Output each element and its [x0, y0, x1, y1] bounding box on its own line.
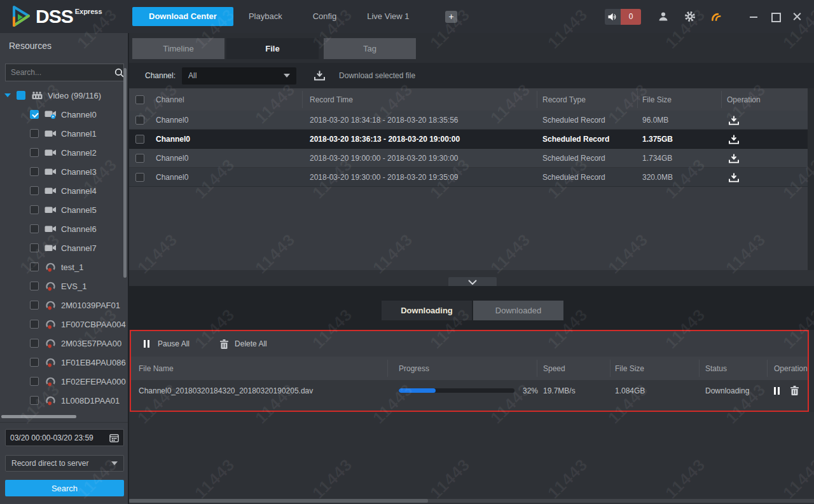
- tree-node-channel6[interactable]: Channel6: [0, 219, 129, 238]
- table-row[interactable]: Channel0 2018-03-20 19:30:00 - 2018-03-2…: [129, 168, 808, 187]
- tab-timeline[interactable]: Timeline: [132, 38, 224, 59]
- channel-checkbox[interactable]: [30, 148, 39, 157]
- select-all-checkbox[interactable]: [135, 88, 144, 111]
- download-file-button[interactable]: [729, 149, 739, 168]
- device-checkbox[interactable]: [30, 282, 39, 290]
- file-table-scrollbar-area[interactable]: [808, 88, 814, 270]
- device-checkbox[interactable]: [30, 301, 39, 310]
- dss-logo-icon: [10, 5, 32, 28]
- search-icon[interactable]: [114, 68, 124, 78]
- resource-search-box[interactable]: [5, 64, 124, 81]
- channel-checkbox[interactable]: [30, 110, 39, 119]
- user-icon[interactable]: [657, 10, 670, 23]
- tree-node-device[interactable]: 1L008D1PAA01: [0, 391, 129, 410]
- table-row[interactable]: Channel0 2018-03-20 18:34:18 - 2018-03-2…: [129, 111, 808, 130]
- tree-node-device[interactable]: 1F02EFEPAA000: [0, 372, 129, 391]
- alarm-center-button[interactable]: 0: [605, 9, 641, 25]
- download-row[interactable]: Channel0_20180320184320_20180320190205.d…: [131, 380, 808, 401]
- tab-file[interactable]: File: [226, 38, 319, 59]
- channel-checkbox[interactable]: [30, 167, 39, 176]
- channel-checkbox[interactable]: [30, 129, 39, 138]
- channel-dropdown[interactable]: All: [182, 67, 296, 85]
- download-state-tabs: Downloading Downloaded: [382, 301, 563, 320]
- download-file-button[interactable]: [729, 168, 739, 187]
- date-range-input[interactable]: 03/20 00:00-03/20 23:59: [5, 429, 124, 446]
- chevron-down-icon: [111, 461, 118, 465]
- pause-all-button[interactable]: Pause All: [144, 339, 190, 348]
- delete-all-button[interactable]: Delete All: [220, 339, 267, 349]
- tree-node-label: EVS_1: [61, 282, 86, 291]
- speaker-icon[interactable]: [605, 9, 621, 25]
- row-checkbox[interactable]: [135, 130, 144, 149]
- tree-node-channel4[interactable]: Channel4: [0, 181, 129, 200]
- search-button[interactable]: Search: [5, 480, 124, 496]
- download-icon: [729, 116, 739, 125]
- row-checkbox[interactable]: [135, 149, 144, 168]
- nav-tab-config[interactable]: Config: [298, 7, 352, 26]
- tab-downloaded[interactable]: Downloaded: [473, 301, 563, 320]
- calendar-icon[interactable]: [109, 433, 119, 442]
- tree-node-device[interactable]: 1F01EB4PAU086: [0, 353, 129, 372]
- device-checkbox[interactable]: [30, 339, 39, 348]
- tree-node-channel7[interactable]: Channel7: [0, 238, 129, 257]
- device-offline-icon: [44, 357, 57, 367]
- progress-fill: [399, 388, 436, 393]
- expand-arrow-icon[interactable]: [4, 93, 11, 97]
- horizontal-scrollbar[interactable]: [129, 499, 814, 503]
- root-checkbox[interactable]: [17, 91, 25, 100]
- brand-suffix: Express: [75, 8, 102, 15]
- device-checkbox[interactable]: [30, 320, 39, 329]
- trash-icon: [790, 386, 799, 395]
- device-checkbox[interactable]: [30, 377, 39, 386]
- row-checkbox[interactable]: [135, 111, 144, 130]
- row-checkbox[interactable]: [135, 168, 144, 187]
- table-row[interactable]: Channel0 2018-03-20 19:00:00 - 2018-03-2…: [129, 149, 808, 168]
- tree-node-device[interactable]: 2M01039PAF01: [0, 296, 129, 315]
- download-icon: [729, 173, 739, 182]
- close-icon[interactable]: [789, 8, 805, 25]
- device-checkbox[interactable]: [30, 358, 39, 367]
- download-file-button[interactable]: [729, 111, 739, 130]
- tab-downloading[interactable]: Downloading: [382, 301, 472, 320]
- tree-node-device[interactable]: 1F007CBPAA004: [0, 315, 129, 334]
- search-input[interactable]: [6, 68, 114, 77]
- channel-checkbox[interactable]: [30, 205, 39, 214]
- tree-node-channel5[interactable]: Channel5: [0, 200, 129, 219]
- sidebar-divider: [0, 422, 128, 423]
- channel-checkbox[interactable]: [30, 224, 39, 233]
- maximize-icon[interactable]: [767, 8, 783, 25]
- nav-tab-live-view[interactable]: Live View 1: [352, 7, 424, 26]
- tab-tag[interactable]: Tag: [324, 38, 416, 59]
- device-checkbox[interactable]: [30, 262, 39, 271]
- sidebar-vertical-scrollbar[interactable]: [123, 68, 127, 278]
- channel-checkbox[interactable]: [30, 186, 39, 195]
- tree-node-video-root[interactable]: Video (99/116): [0, 86, 129, 105]
- delete-download-button[interactable]: [790, 386, 799, 395]
- cell-record-type: Scheduled Record: [542, 168, 605, 187]
- pause-download-button[interactable]: [774, 387, 782, 395]
- nav-tab-playback[interactable]: Playback: [233, 7, 298, 26]
- add-tab-button[interactable]: +: [445, 11, 457, 23]
- stream-type-dropdown[interactable]: Record direct to server: [5, 455, 124, 472]
- tree-node-channel2[interactable]: Channel2: [0, 143, 129, 162]
- download-selected-button[interactable]: Download selected file: [314, 71, 415, 81]
- tree-node-device[interactable]: EVS_1: [0, 276, 129, 296]
- chevron-down-icon: [284, 74, 290, 78]
- table-row-selected[interactable]: Channel0 2018-03-20 18:36:13 - 2018-03-2…: [129, 130, 808, 149]
- channel-checkbox[interactable]: [30, 243, 39, 252]
- device-checkbox[interactable]: [30, 396, 39, 405]
- tree-node-device[interactable]: 2M03E57PAA00: [0, 334, 129, 353]
- cell-channel: Channel0: [156, 168, 188, 187]
- tree-node-channel0[interactable]: Channel0: [0, 105, 129, 124]
- nav-tab-download-center[interactable]: Download Center: [132, 7, 233, 26]
- tree-node-channel3[interactable]: Channel3: [0, 162, 129, 181]
- network-signal-icon[interactable]: [710, 10, 723, 23]
- tree-node-device[interactable]: test_1: [0, 257, 129, 276]
- sidebar-horizontal-scrollbar[interactable]: [1, 415, 76, 418]
- gear-icon[interactable]: [684, 10, 696, 23]
- minimize-icon[interactable]: [745, 8, 762, 25]
- download-file-button[interactable]: [729, 130, 739, 149]
- tree-node-channel1[interactable]: Channel1: [0, 124, 129, 143]
- tree-node-label: Channel4: [61, 186, 97, 196]
- cell-file-size: 1.375GB: [642, 130, 673, 149]
